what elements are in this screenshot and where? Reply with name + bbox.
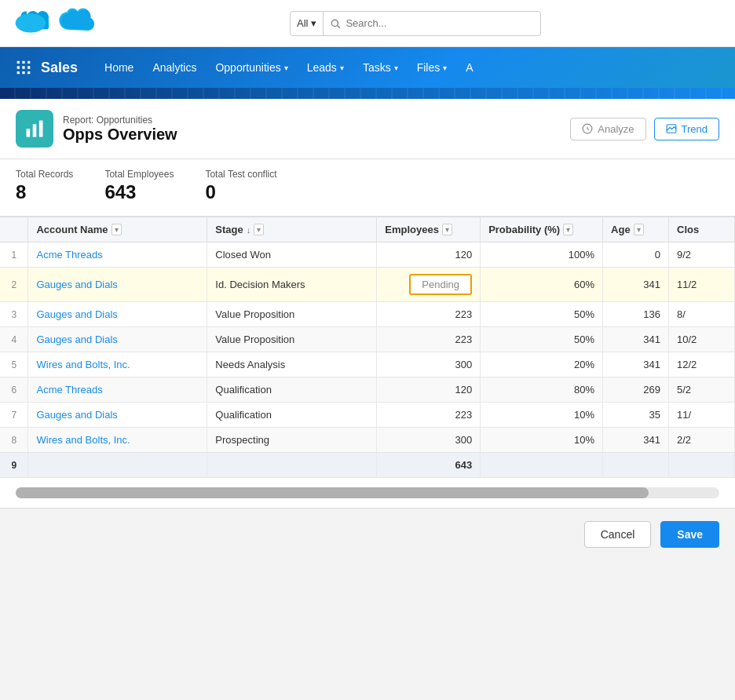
total-stage-empty [207,453,377,478]
age-filter-button[interactable]: ▾ [634,224,644,235]
trend-button[interactable]: Trend [654,118,719,140]
total-row-number: 9 [0,453,28,478]
account-name-cell[interactable]: Acme Threads [28,377,207,403]
age-cell: 35 [603,403,669,428]
svg-rect-10 [17,71,20,74]
search-all-label: All [297,17,308,29]
table-row[interactable]: 8 Wires and Bolts, Inc. Prospecting 300 … [0,428,735,453]
cancel-button[interactable]: Cancel [584,521,652,548]
employees-cell: 223 [377,403,481,428]
row-number: 3 [0,302,28,327]
employees-cell[interactable]: Pending [377,268,481,302]
age-cell: 136 [603,302,669,327]
analyze-button[interactable]: Analyze [570,118,645,140]
stage-cell: Needs Analysis [207,352,377,377]
total-records-label: Total Records [16,169,73,180]
app-name: Sales [41,60,78,76]
nav-leads-label: Leads [307,61,337,74]
row-number: 2 [0,268,28,302]
close-date-cell: 8/ [669,302,735,327]
search-bar: All ▾ [290,11,541,36]
nav-home[interactable]: Home [97,57,141,78]
account-name-cell[interactable]: Gauges and Dials [28,403,207,428]
account-name-cell[interactable]: Gauges and Dials [28,327,207,352]
close-date-cell: 2/2 [669,428,735,453]
save-button[interactable]: Save [660,521,719,548]
total-account-empty [28,453,207,478]
table-row[interactable]: 1 Acme Threads Closed Won 120 100% 0 9/2 [0,242,735,268]
total-records-value: 8 [16,181,73,203]
report-header: Report: Opportunities Opps Overview Anal… [0,99,735,159]
chevron-down-icon[interactable]: ▾ [311,17,316,29]
total-test-conflict-stat: Total Test conflict 0 [205,169,276,203]
row-number: 7 [0,403,28,428]
stage-cell: Closed Won [207,242,377,268]
row-number: 8 [0,428,28,453]
total-employees-value: 643 [104,181,174,203]
search-input-wrap[interactable] [324,17,540,29]
nav-opportunities[interactable]: Opportunities ▾ [207,57,295,78]
svg-rect-9 [27,66,30,68]
nav-analytics[interactable]: Analytics [144,57,204,78]
nav-bar: Sales Home Analytics Opportunities ▾ Lea… [0,47,735,88]
app-grid-icon[interactable] [13,57,35,78]
search-icon [330,18,341,29]
table-row[interactable]: 6 Acme Threads Qualification 120 80% 269… [0,377,735,403]
table-row[interactable]: 3 Gauges and Dials Value Proposition 223… [0,302,735,327]
table-row[interactable]: 4 Gauges and Dials Value Proposition 223… [0,327,735,352]
col-header-rownum [0,217,28,242]
svg-rect-14 [33,124,37,137]
employees-filter-button[interactable]: ▾ [442,224,452,235]
account-name-cell[interactable]: Wires and Bolts, Inc. [28,428,207,453]
data-table-container: Account Name ▾ Stage ↓ ▾ Employees ▾ [0,217,735,478]
account-name-cell[interactable]: Wires and Bolts, Inc. [28,352,207,377]
table-row[interactable]: 7 Gauges and Dials Qualification 223 10%… [0,403,735,428]
table-row[interactable]: 2 Gauges and Dials Id. Decision Makers P… [0,268,735,302]
probability-cell: 50% [481,302,603,327]
total-probability-empty [481,453,603,478]
chevron-down-icon: ▾ [443,64,447,72]
horizontal-scrollbar[interactable] [16,487,719,498]
account-name-cell[interactable]: Gauges and Dials [28,302,207,327]
wave-band [0,88,735,99]
stage-filter-button[interactable]: ▾ [254,224,264,235]
nav-tasks-label: Tasks [363,61,391,74]
total-records-stat: Total Records 8 [16,169,73,203]
table-row[interactable]: 5 Wires and Bolts, Inc. Needs Analysis 3… [0,352,735,377]
report-title-area: Report: Opportunities Opps Overview [16,110,177,148]
account-name-cell[interactable]: Acme Threads [28,242,207,268]
search-input[interactable] [346,17,471,29]
analyze-label: Analyze [598,123,634,135]
svg-point-1 [16,13,46,31]
employees-cell: 300 [377,428,481,453]
report-subtitle: Report: Opportunities [63,115,177,126]
analyze-icon [582,123,593,134]
report-title: Opps Overview [63,126,177,144]
nav-files[interactable]: Files ▾ [409,57,455,78]
svg-rect-13 [27,129,31,137]
pending-badge[interactable]: Pending [409,274,472,295]
nav-opportunities-label: Opportunities [215,61,280,74]
svg-rect-5 [22,61,24,64]
svg-rect-12 [27,71,30,74]
age-cell: 0 [603,242,669,268]
nav-leads[interactable]: Leads ▾ [299,57,352,78]
employees-cell: 223 [377,302,481,327]
scrollbar-thumb[interactable] [16,487,649,498]
svg-line-3 [338,25,340,27]
scrollbar-area[interactable] [0,478,735,508]
nav-tasks[interactable]: Tasks ▾ [355,57,406,78]
account-filter-button[interactable]: ▾ [112,224,122,235]
probability-filter-button[interactable]: ▾ [563,224,573,235]
nav-more[interactable]: A [458,57,481,78]
svg-rect-15 [39,121,43,137]
report-chart-icon [24,118,46,140]
chevron-down-icon: ▾ [394,64,398,72]
close-date-cell: 11/2 [669,268,735,302]
age-cell: 341 [603,352,669,377]
search-scope[interactable]: All ▾ [291,12,324,35]
summary-bar: Total Records 8 Total Employees 643 Tota… [0,159,735,217]
account-name-cell[interactable]: Gauges and Dials [28,268,207,302]
col-header-stage: Stage ↓ ▾ [207,217,377,242]
probability-cell: 10% [481,403,603,428]
